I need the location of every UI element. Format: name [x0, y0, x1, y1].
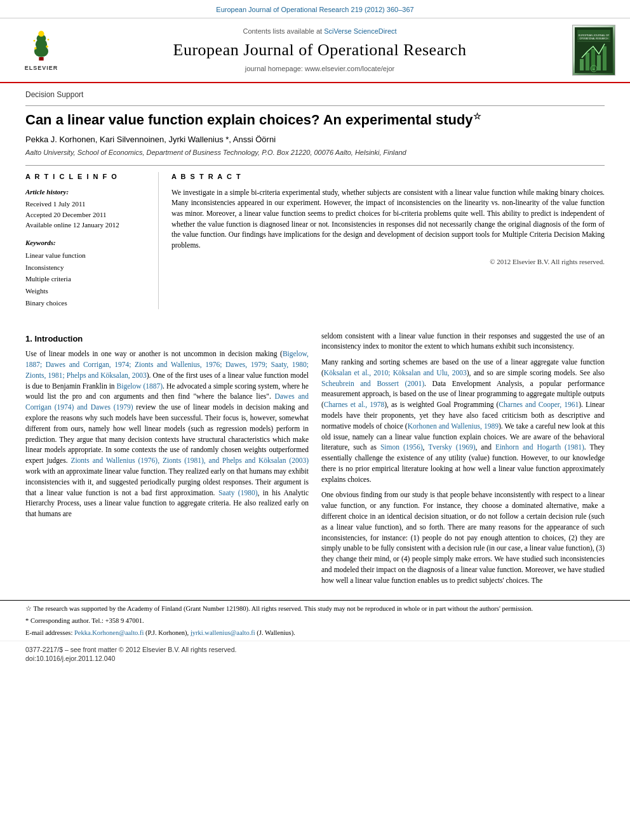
article-section-tag: Decision Support [25, 90, 605, 100]
article-affiliation: Aalto University, School of Economics, D… [25, 148, 605, 157]
intro-para-3: Many ranking and sorting schemes are bas… [321, 357, 605, 484]
elsevier-logo: ELSEVIER [13, 28, 70, 72]
svg-point-4 [38, 31, 44, 37]
email-wallenius[interactable]: jyrki.wallenius@aalto.fi [191, 629, 255, 636]
keyword-linear: Linear value function [25, 250, 149, 262]
elsevier-brand-text: ELSEVIER [25, 64, 58, 72]
doi-bar: 0377-2217/$ – see front matter © 2012 El… [0, 641, 630, 667]
accepted-date: Accepted 20 December 2011 [25, 210, 149, 220]
email-korhonen[interactable]: Pekka.Korhonen@aalto.fi [74, 629, 144, 636]
article-content-area: Decision Support Can a linear value func… [0, 83, 630, 321]
journal-homepage: journal homepage: www.elsevier.com/locat… [70, 64, 570, 74]
article-authors: Pekka J. Korhonen, Kari Silvennoinen, Jy… [25, 134, 605, 145]
title-top-divider [25, 105, 605, 106]
svg-point-8 [48, 39, 50, 41]
history-heading: Article history: [25, 187, 149, 197]
footnote-1: ☆ The research was supported by the Acad… [25, 604, 605, 614]
svg-text:EUROPEAN JOURNAL OF: EUROPEAN JOURNAL OF [578, 34, 609, 37]
article-info-section: A R T I C L E I N F O Article history: R… [25, 172, 159, 309]
svg-text:®: ® [593, 68, 594, 71]
abstract-heading: A B S T R A C T [171, 172, 605, 182]
article-history: Article history: Received 1 July 2011 Ac… [25, 187, 149, 230]
issn-text: 0377-2217/$ – see front matter © 2012 El… [25, 646, 236, 653]
available-date: Available online 12 January 2012 [25, 220, 149, 230]
keyword-multiple: Multiple criteria [25, 273, 149, 285]
svg-rect-0 [39, 57, 43, 61]
journal-cover-graphic: EUROPEAN JOURNAL OF OPERATIONAL RESEARCH… [575, 27, 613, 73]
sciverse-text: Contents lists available at SciVerse Sci… [70, 27, 570, 36]
journal-thumbnail: EUROPEAN JOURNAL OF OPERATIONAL RESEARCH… [570, 25, 617, 76]
svg-point-5 [34, 48, 37, 50]
svg-point-6 [46, 46, 48, 48]
abstract-section: A B S T R A C T We investigate in a simp… [171, 172, 605, 309]
intro-para-2: seldom consistent with a linear value fu… [321, 331, 605, 352]
svg-rect-14 [580, 59, 584, 70]
sciverse-link[interactable]: SciVerse ScienceDirect [324, 27, 396, 35]
journal-reference-bar: European Journal of Operational Research… [0, 0, 630, 18]
footnotes-section: ☆ The research was supported by the Acad… [0, 600, 630, 637]
abstract-text: We investigate in a simple bi-criteria e… [171, 187, 605, 251]
article-info-abstract: A R T I C L E I N F O Article history: R… [25, 172, 605, 309]
svg-point-7 [34, 40, 36, 42]
keyword-binary: Binary choices [25, 297, 149, 309]
svg-text:OPERATIONAL RESEARCH: OPERATIONAL RESEARCH [579, 37, 608, 40]
journal-cover-image: EUROPEAN JOURNAL OF OPERATIONAL RESEARCH… [572, 25, 615, 76]
info-divider [25, 165, 605, 166]
svg-rect-18 [603, 46, 607, 70]
article-info-heading: A R T I C L E I N F O [25, 172, 149, 182]
left-column: 1. Introduction Use of linear models in … [25, 331, 309, 591]
received-date: Received 1 July 2011 [25, 199, 149, 210]
doi-text: doi:10.1016/j.ejor.2011.12.040 [25, 655, 115, 662]
keywords-section: Keywords: Linear value function Inconsis… [25, 238, 149, 309]
right-column: seldom consistent with a linear value fu… [321, 331, 605, 591]
article-title: Can a linear value function explain choi… [25, 111, 605, 129]
intro-para-1: Use of linear models in one way or anoth… [25, 349, 309, 519]
svg-rect-16 [591, 49, 595, 70]
elsevier-tree-icon [22, 28, 60, 63]
intro-para-4: One obvious finding from our study is th… [321, 490, 605, 585]
journal-header-center: Contents lists available at SciVerse Sci… [70, 27, 570, 74]
keywords-heading: Keywords: [25, 238, 149, 248]
copyright-text: © 2012 Elsevier B.V. All rights reserved… [171, 257, 605, 267]
keyword-inconsistency: Inconsistency [25, 262, 149, 274]
footnote-2: * Corresponding author. Tel.: +358 9 470… [25, 617, 605, 626]
section1-heading: 1. Introduction [25, 333, 309, 345]
svg-rect-15 [586, 53, 589, 70]
journal-title: European Journal of Operational Research [70, 39, 570, 62]
svg-rect-17 [597, 55, 601, 70]
journal-ref-text: European Journal of Operational Research… [216, 6, 413, 13]
keyword-weights: Weights [25, 285, 149, 297]
footnote-3: E-mail addresses: Pekka.Korhonen@aalto.f… [25, 629, 605, 638]
journal-header: ELSEVIER Contents lists available at Sci… [0, 18, 630, 83]
main-body: 1. Introduction Use of linear models in … [0, 331, 630, 591]
